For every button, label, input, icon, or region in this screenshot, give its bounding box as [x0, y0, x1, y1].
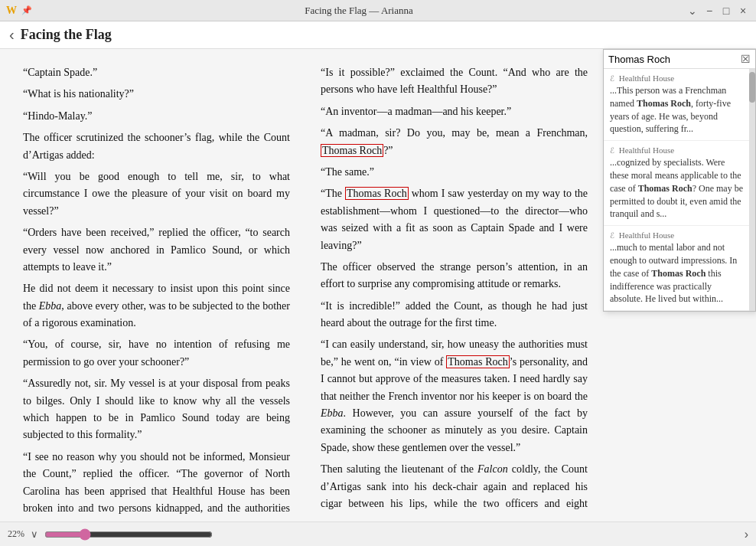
para-r7: “It is incredible!” added the Count, as …: [321, 298, 588, 332]
para-l10: “I see no reason why you should not be i…: [23, 449, 290, 514]
nav-right-button[interactable]: ›: [745, 528, 748, 541]
para-l9: “Assuredly not, sir. My vessel is at you…: [23, 375, 290, 444]
back-button[interactable]: ‹: [9, 26, 15, 44]
result-source-icon-2: ℰ: [610, 231, 614, 240]
result-text-2: ...much to mental labor and not enough t…: [610, 241, 743, 306]
pin-icon: 📌: [21, 5, 32, 15]
search-scrollbar[interactable]: [749, 69, 755, 311]
search-input-row: ☒: [604, 50, 755, 69]
para-r6: The officer observed the strange person’…: [321, 259, 588, 293]
zoom-level: 22%: [8, 528, 24, 540]
highlight-thomas-roch-3: Thomas Roch: [446, 355, 510, 368]
result-text-0: ...This person was a Frenchman named Tho…: [610, 84, 743, 136]
zoom-slider[interactable]: [44, 528, 213, 541]
close-btn[interactable]: ×: [736, 4, 750, 18]
search-panel: ☒ ℰ Healthful House ...This person was a…: [603, 49, 756, 312]
para-l5: “Will you be good enough to tell me, sir…: [23, 168, 290, 220]
highlight-thomas-roch-1: Thomas Roch: [321, 144, 383, 157]
para-r9: Then saluting the lieutenant of the Falc…: [321, 461, 588, 514]
result-source-0: ℰ Healthful House: [610, 74, 743, 83]
para-r1: “Is it possible?” exclaimed the Count. “…: [321, 64, 588, 99]
search-input[interactable]: [608, 54, 741, 65]
page-title: Facing the Flag: [21, 27, 112, 43]
minimize-btn[interactable]: −: [702, 4, 716, 18]
result-source-icon-0: ℰ: [610, 74, 614, 83]
para-l3: “Hindo-Malay.”: [23, 108, 290, 125]
para-l1: “Captain Spade.”: [23, 64, 290, 81]
search-clear-button[interactable]: ☒: [741, 53, 751, 65]
para-l2: “What is his nationality?”: [23, 86, 290, 103]
title-bar-controls: ⌄ − □ ×: [686, 4, 750, 18]
para-r4: “The same.”: [321, 164, 588, 181]
para-l4: The officer scrutinized the schooner’s f…: [23, 129, 290, 164]
para-l8: “You, of course, sir, have no intention …: [23, 336, 290, 371]
search-result-2[interactable]: ℰ Healthful House ...much to mental labo…: [604, 226, 749, 311]
search-result-1[interactable]: ℰ Healthful House ...cognized by special…: [604, 141, 749, 226]
chevron-down-btn[interactable]: ⌄: [686, 4, 699, 18]
bottom-bar: 22% ∨ ›: [0, 521, 756, 546]
content-area: “Captain Spade.” “What is his nationalit…: [0, 49, 756, 521]
result-text-1: ...cognized by specialists. Were these m…: [610, 156, 743, 221]
nav-bar: ‹ Facing the Flag: [0, 21, 756, 49]
search-scrollbar-thumb[interactable]: [749, 72, 755, 103]
app-logo: W: [6, 5, 17, 17]
result-source-2: ℰ Healthful House: [610, 230, 743, 240]
title-bar: W 📌 Facing the Flag — Arianna ⌄ − □ ×: [0, 0, 756, 21]
para-r5: “The Thomas Roch whom I saw yesterday on…: [321, 185, 588, 254]
result-source-1: ℰ Healthful House: [610, 145, 743, 155]
zoom-slider-container: [44, 528, 228, 541]
search-results-list: ℰ Healthful House ...This person was a F…: [604, 69, 749, 311]
maximize-btn[interactable]: □: [719, 4, 733, 18]
para-r3: “A madman, sir? Do you, may be, mean a F…: [321, 125, 588, 159]
title-bar-title: Facing the Flag — Arianna: [32, 5, 686, 17]
result-source-icon-1: ℰ: [610, 146, 614, 155]
para-l6: “Orders have been received,” replied the…: [23, 224, 290, 276]
title-bar-left: W 📌: [6, 5, 32, 17]
zoom-down-button[interactable]: ∨: [31, 528, 38, 540]
para-l7: He did not deem it necessary to insist u…: [23, 280, 290, 332]
search-result-0[interactable]: ℰ Healthful House ...This person was a F…: [604, 69, 749, 141]
text-column-left: “Captain Spade.” “What is his nationalit…: [8, 64, 305, 514]
highlight-thomas-roch-2: Thomas Roch: [345, 187, 409, 200]
para-r2: “An inventor—a madman—and his keeper.”: [321, 103, 588, 120]
para-r8: “I can easily understand, sir, how uneas…: [321, 336, 588, 456]
